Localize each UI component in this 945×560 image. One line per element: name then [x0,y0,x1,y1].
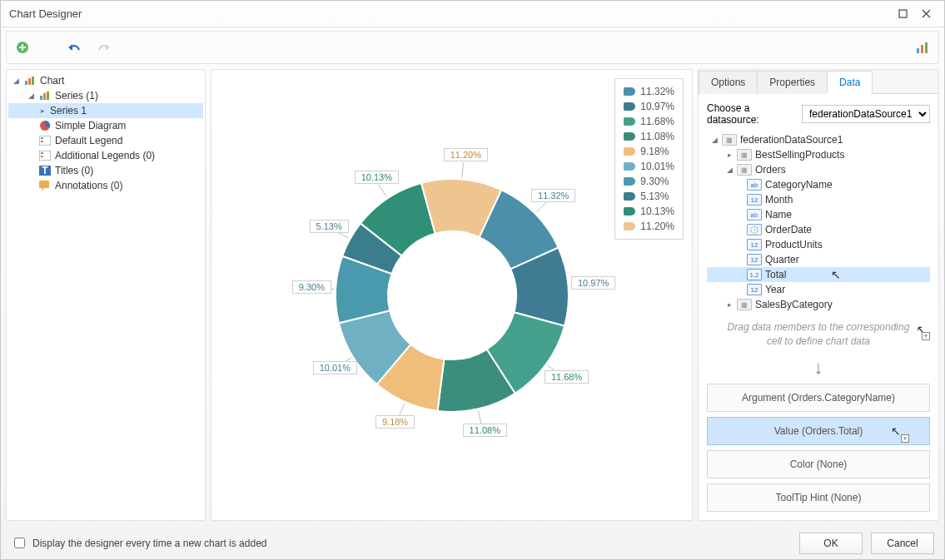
drop-value[interactable]: Value (Orders.Total) ↖ + [707,417,930,445]
cursor-icon: ↖ [831,268,841,281]
title-icon: T [38,164,52,177]
slice-label: 9.30% [292,280,331,294]
tree-label: Annotations (0) [55,180,122,191]
drop-label: Value (Orders.Total) [774,425,863,437]
annotation-icon [38,179,52,192]
tree-additional-legends[interactable]: Additional Legends (0) [8,148,203,163]
svg-rect-18 [41,141,43,142]
ds-field-productunits[interactable]: 12ProductUnits [707,237,930,252]
datasource-row: Choose a datasource: federationDataSourc… [707,102,930,126]
legend-item: 11.68% [624,114,674,129]
redo-button[interactable] [95,38,113,57]
svg-line-34 [461,162,463,177]
structure-tree[interactable]: ◢ Chart ◢ Series (1) ▸ Series 1 Simple D… [6,69,206,521]
svg-rect-24 [39,181,49,188]
tree-label: ProductUnits [765,239,823,250]
ok-button[interactable]: OK [799,533,863,554]
svg-rect-11 [32,77,34,85]
tab-label: Properties [769,77,815,88]
tree-annotations[interactable]: Annotations (0) [8,178,203,193]
svg-rect-17 [41,137,43,139]
legend-swatch [624,102,635,111]
donut-chart [294,137,610,453]
tab-options[interactable]: Options [699,71,758,94]
cursor-icon: ↖ [891,424,901,438]
legend-item: 10.01% [624,159,674,174]
svg-text:T: T [42,166,48,176]
slice-label: 10.01% [313,361,357,374]
ds-field-quarter[interactable]: 12Quarter [707,252,930,267]
number-field-icon: 12 [747,254,762,265]
tree-label: BestSellingProducts [755,149,844,161]
drop-argument[interactable]: Argument (Orders.CategoryName) [707,384,930,412]
ds-orders[interactable]: ◢▦ Orders [707,162,930,177]
ds-field-total[interactable]: 1,2Total ↖ [707,267,930,282]
cancel-button[interactable]: Cancel [871,533,934,554]
legend-swatch [624,132,635,141]
undo-button[interactable] [65,38,83,57]
legend-swatch [624,87,635,96]
display-designer-checkbox[interactable]: Display the designer every time a new ch… [11,535,266,551]
tab-data[interactable]: Data [827,71,873,94]
table-icon: ▦ [737,299,752,310]
legend-label: 11.68% [640,116,674,127]
svg-line-25 [536,201,547,212]
svg-line-33 [378,184,386,196]
pie-icon [38,119,52,132]
footer: Display the designer every time a new ch… [1,526,944,559]
series-icon [38,89,52,102]
ds-field-name[interactable]: abName [707,207,930,222]
legend-label: 11.08% [640,131,674,142]
table-icon: ▦ [737,149,752,161]
tree-series1[interactable]: ▸ Series 1 [8,103,203,118]
svg-rect-8 [925,42,928,53]
ds-best[interactable]: ▸▦ BestSellingProducts [707,147,930,162]
ds-field-year[interactable]: 12Year [707,282,930,297]
tree-series-group[interactable]: ◢ Series (1) [8,88,203,103]
datasource-tree[interactable]: ◢▦ federationDataSource1 ▸▦ BestSellingP… [707,132,930,310]
tree-diagram[interactable]: Simple Diagram [8,118,203,133]
tab-label: Data [839,77,860,88]
window-title: Chart Designer [9,7,889,20]
slice-label: 11.08% [463,424,507,437]
ds-sales[interactable]: ▸▦SalesByCategory [707,297,930,310]
legend-item: 5.13% [624,189,674,204]
arrow-down-icon: ↓ [707,359,930,377]
close-button[interactable] [916,4,936,24]
tree-default-legend[interactable]: Default Legend [8,133,203,148]
svg-rect-12 [40,96,42,100]
tab-properties[interactable]: Properties [757,71,828,94]
drop-color[interactable]: Color (None) [707,450,930,478]
slice-label: 9.18% [376,415,415,429]
slice-label: 10.97% [571,276,615,290]
decimal-field-icon: 1,2 [747,269,762,280]
ds-field-category[interactable]: abCategoryName [707,177,930,192]
legend: 11.32%10.97%11.68%11.08%9.18%10.01%9.30%… [614,78,684,240]
tree-label: Chart [40,75,64,87]
tree-label: Titles (0) [55,165,93,176]
drop-label: Argument (Orders.CategoryName) [742,392,895,404]
legend-item: 9.18% [624,144,674,159]
maximize-button[interactable] [893,4,913,24]
tabs: Options Properties Data [699,70,938,94]
tree-label: federationDataSource1 [740,134,843,146]
tree-label: Quarter [765,254,799,265]
legend-label: 10.97% [640,101,674,112]
legend-label: 10.01% [640,161,674,172]
checkbox-input[interactable] [14,538,25,548]
chart-style-button[interactable] [913,38,932,57]
tree-titles[interactable]: T Titles (0) [8,163,203,178]
drop-tooltip[interactable]: ToolTip Hint (None) [707,483,930,512]
datasource-select[interactable]: federationDataSource1 [802,105,930,123]
plus-icon: + [901,434,909,443]
tree-chart[interactable]: ◢ Chart [8,73,203,88]
drop-label: Color (None) [790,458,848,470]
ds-field-month[interactable]: 12Month [707,192,930,207]
checkbox-label: Display the designer every time a new ch… [32,538,266,549]
legend-item: 11.20% [624,219,674,234]
ds-field-orderdate[interactable]: 🕒OrderDate [707,222,930,237]
number-field-icon: 12 [747,239,762,250]
add-button[interactable] [13,38,32,57]
number-field-icon: 12 [747,194,762,206]
ds-root[interactable]: ◢▦ federationDataSource1 [707,132,930,147]
